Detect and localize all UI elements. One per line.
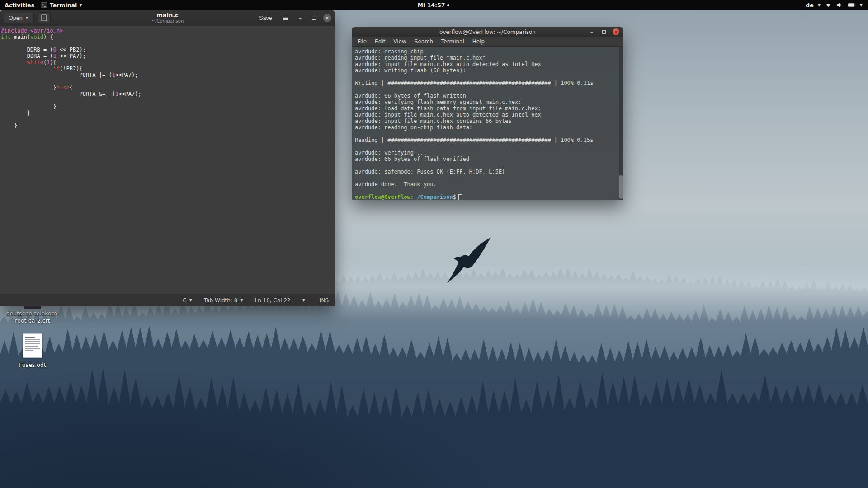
top-bar-left: Activities >_ Terminal ▼: [0, 2, 418, 9]
terminal-output-line: avrdude: verifying flash memory against …: [355, 99, 617, 105]
close-icon[interactable]: ✕: [323, 14, 331, 22]
code-line: PORTA &= ~(1<<PA7);: [1, 91, 335, 97]
terminal-title: overflow@OverFlow: ~/Comparison: [352, 29, 623, 35]
prompt-path: ~/Comparison: [414, 194, 453, 200]
terminal-output-line: avrdude: verifying ...: [355, 150, 617, 156]
code-line: DDRA = (1 << PA7);: [1, 53, 335, 59]
terminal-maximize-icon[interactable]: [602, 30, 606, 34]
code-line: [1, 97, 335, 103]
open-chevron-icon: ▼: [25, 16, 29, 20]
code-line: [1, 40, 335, 47]
system-status-area[interactable]: de ▼ ▼: [449, 2, 868, 9]
terminal-output-line: avrdude: reading on-chip flash data:: [355, 124, 617, 131]
terminal-output-line: [355, 131, 617, 137]
terminal-output-line: avrdude: safemode: Fuses OK (E:FF, H:DF,…: [355, 169, 617, 175]
terminal-output-line: avrdude: 66 bytes of flash written: [355, 93, 617, 99]
tab-width-chevron-icon: ▼: [240, 298, 243, 302]
terminal-output-line: avrdude done. Thank you.: [355, 181, 617, 188]
code-line: [1, 78, 335, 84]
system-chevron-icon: ▼: [860, 3, 863, 7]
input-mode-indicator: INS: [320, 297, 329, 304]
cursor-position[interactable]: Ln 10, Col 22: [255, 297, 291, 304]
bird-silhouette: [441, 234, 494, 287]
chevron-down-icon: ▼: [79, 3, 82, 7]
terminal-titlebar[interactable]: overflow@OverFlow: ~/Comparison – ✕: [352, 27, 623, 37]
code-line: #include <avr/io.h>: [1, 28, 335, 34]
code-line: while(1){: [1, 59, 335, 66]
terminal-output-line: avrdude: writing flash (66 bytes):: [355, 67, 617, 74]
terminal-output-line: [355, 86, 617, 93]
menu-icon[interactable]: ≡: [283, 15, 289, 21]
open-button-label: Open: [9, 15, 23, 21]
minimize-icon[interactable]: –: [296, 14, 304, 22]
code-line: if(!PB2){: [1, 66, 335, 72]
language-chevron-icon: ▼: [189, 298, 192, 302]
gedit-window: Open ▼ main.c ~/Comparison Save ≡ – ✕ #i…: [0, 10, 335, 306]
scrollbar-thumb[interactable]: [619, 175, 623, 199]
language-selector[interactable]: C ▼: [183, 297, 192, 304]
terminal-prompt-line: overflow@OverFlow:~/Comparison$: [355, 194, 617, 200]
new-document-button[interactable]: [38, 12, 51, 23]
top-bar: Activities >_ Terminal ▼ Mi 14:57 de ▼: [0, 0, 868, 10]
save-button[interactable]: Save: [254, 13, 277, 23]
terminal-output-line: [355, 175, 617, 181]
certificate-label-line1: deutsche-telekom-: [5, 310, 60, 317]
battery-icon: [848, 2, 856, 8]
activities-button[interactable]: Activities: [5, 2, 34, 9]
code-line: }: [1, 103, 335, 110]
terminal-output-line: Writing | ##############################…: [355, 80, 617, 86]
language-label: C: [183, 297, 186, 304]
code-line: [1, 116, 335, 122]
terminal-content[interactable]: avrdude: erasing chipavrdude: reading in…: [352, 47, 623, 200]
app-menu-label: Terminal: [50, 2, 77, 9]
terminal-output-line: avrdude: input file main.c.hex contains …: [355, 118, 617, 124]
terminal-scrollbar[interactable]: [619, 47, 623, 200]
terminal-output-line: [355, 74, 617, 80]
terminal-output-line: [355, 162, 617, 169]
tab-width-label: Tab Width: 8: [204, 297, 237, 304]
terminal-output-line: [355, 143, 617, 150]
terminal-output-line: avrdude: load data flash data from input…: [355, 105, 617, 112]
goto-dropdown[interactable]: ▼: [302, 298, 305, 302]
certificate-label-line2: root-ca-2.crt: [5, 317, 60, 324]
gedit-statusbar: C ▼ Tab Width: 8 ▼ Ln 10, Col 22 ▼ INS: [0, 294, 335, 306]
open-button[interactable]: Open ▼: [4, 13, 34, 23]
menu-file[interactable]: File: [354, 37, 371, 46]
desktop-icon-fuses-odt[interactable]: Fuses.odt: [5, 333, 60, 369]
gedit-headerbar: Open ▼ main.c ~/Comparison Save ≡ – ✕: [0, 10, 335, 26]
terminal-output-line: avrdude: 66 bytes of flash verified: [355, 156, 617, 162]
code-line: }: [1, 110, 335, 116]
terminal-close-icon[interactable]: ✕: [613, 28, 619, 35]
terminal-output-line: avrdude: input file main.c.hex auto dete…: [355, 61, 617, 67]
code-line: }: [1, 122, 335, 129]
menu-search[interactable]: Search: [410, 37, 437, 46]
document-icon: [23, 333, 42, 358]
code-line: DDRB = (0 << PB2);: [1, 47, 335, 53]
code-line: int main(void) {: [1, 34, 335, 40]
terminal-output: avrdude: erasing chipavrdude: reading in…: [355, 48, 617, 194]
terminal-output-line: [355, 188, 617, 194]
clock-label: Mi 14:57: [418, 2, 445, 9]
terminal-window-controls: – ✕: [588, 28, 623, 36]
headerbar-right: Save ≡ – ✕: [254, 13, 331, 23]
menu-help[interactable]: Help: [468, 37, 489, 46]
terminal-window: overflow@OverFlow: ~/Comparison – ✕ File…: [352, 27, 623, 200]
keyboard-layout-label: de: [806, 2, 813, 9]
terminal-app-icon: >_: [41, 2, 47, 8]
app-menu-button[interactable]: >_ Terminal ▼: [41, 2, 82, 9]
maximize-icon[interactable]: [312, 16, 316, 20]
code-line: PORTA |= (1<<PA7);: [1, 72, 335, 78]
menu-edit[interactable]: Edit: [371, 37, 389, 46]
clock-button[interactable]: Mi 14:57: [418, 2, 450, 9]
terminal-cursor: [458, 194, 462, 200]
gedit-window-controls: – ✕: [296, 14, 331, 22]
code-area[interactable]: #include <avr/io.h>int main(void) { DDRB…: [0, 26, 335, 294]
terminal-output-line: avrdude: input file main.c.hex auto dete…: [355, 112, 617, 118]
menu-terminal[interactable]: Terminal: [437, 37, 468, 46]
terminal-menubar: FileEditViewSearchTerminalHelp: [352, 37, 623, 47]
menu-view[interactable]: View: [389, 37, 410, 46]
terminal-minimize-icon[interactable]: –: [588, 28, 595, 36]
prompt-user-host: overflow@OverFlow: [355, 194, 410, 200]
new-document-icon: [41, 14, 47, 21]
tab-width-selector[interactable]: Tab Width: 8 ▼: [204, 297, 243, 304]
